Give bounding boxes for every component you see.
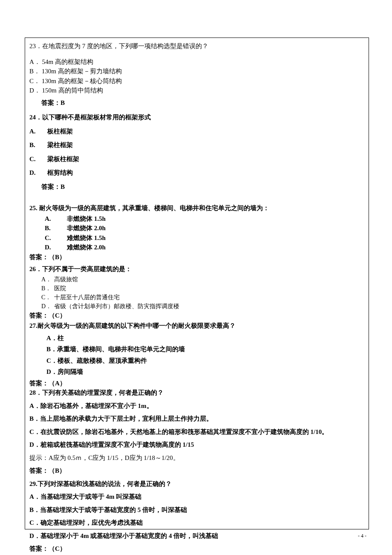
q25-title: 25. 耐火等级为一级的高层建筑，其承重墙、楼梯间、电梯井和住宅单元之间的墙为： (29, 203, 364, 213)
q28-option-a: A．除岩石地基外，基础埋深不宜小于 1m。 (29, 401, 364, 411)
q27-option-a: A．柱 (29, 333, 364, 343)
q29-option-d: D．基础埋深小于 4m 或基础埋深小于基础宽度的 4 倍时，叫浅基础 (29, 531, 364, 541)
q29-option-b: B．当基础埋深大于或等于基础宽度的 5 倍时，叫深基础 (29, 505, 364, 515)
q28-hint: 提示：A应为 0.5ｍ，C应为 1/15，D应为 1/18～1/20。 (29, 453, 364, 463)
q29-title: 29.下列对深基础和浅基础的说法，何者是正确的？ (29, 479, 364, 489)
question-29: 29.下列对深基础和浅基础的说法，何者是正确的？ A．当基础埋深大于或等于 4m… (29, 479, 364, 554)
page-number: - 4 - (358, 532, 366, 540)
q25-option-c: C.难燃烧体 1.5h (29, 233, 364, 243)
q27-option-b: B．承重墙、楼梯间、电梯井和住宅单元之间的墙 (29, 344, 364, 354)
q29-answer: 答案：（C） (29, 544, 364, 554)
q28-option-c: C．在抗震设防区，除岩石地基外，天然地基上的箱形和筏形基础其埋置深度不宜小于建筑… (29, 427, 364, 437)
question-24: 24．以下哪种不是框架板材常用的框架形式 A.板柱框架 B.梁柱框架 C.梁板柱… (29, 113, 364, 191)
q29-option-c: C．确定基础埋深时，应优先考虑浅基础 (29, 518, 364, 528)
q28-option-d: D．桩箱或桩筏基础的埋置深度不宜小于建筑物高度的 1/15 (29, 440, 364, 450)
q26-title: 26．下列不属于一类高层建筑的是： (29, 264, 364, 274)
question-28: 28．下列有关基础的埋置深度，何者是正确的？ A．除岩石地基外，基础埋深不宜小于… (29, 388, 364, 476)
q28-answer: 答案：（B） (29, 466, 364, 476)
q27-option-d: D．房间隔墙 (29, 367, 364, 377)
page-content: 23．在地震烈度为 7 度的地区，下列哪一项结构选型是错误的？ A． 54m 高… (25, 38, 369, 529)
q26-option-c: C．十层至十八层的普通住宅 (29, 293, 364, 302)
q24-option-b: B.梁柱框架 (29, 140, 364, 150)
question-23: 23．在地震烈度为 7 度的地区，下列哪一项结构选型是错误的？ A． 54m 高… (29, 41, 364, 107)
q23-option-c: C． 130m 高的框架－核心筒结构 (29, 76, 364, 86)
q29-option-a: A．当基础埋深大于或等于 4m 叫深基础 (29, 492, 364, 502)
q23-answer: 答案：B (29, 98, 364, 108)
q26-answer: 答案：（C） (29, 311, 364, 321)
q25-answer: 答案：（B） (29, 252, 364, 262)
question-25: 25. 耐火等级为一级的高层建筑，其承重墙、楼梯间、电梯井和住宅单元之间的墙为：… (29, 203, 364, 262)
question-27: 27.耐火等级为一级的高层建筑的以下构件中哪一个的耐火极限要求最高？ A．柱 B… (29, 321, 364, 388)
q23-option-a: A． 54m 高的框架结构 (29, 57, 364, 67)
question-26: 26．下列不属于一类高层建筑的是： A．高级旅馆 B．医院 C．十层至十八层的普… (29, 264, 364, 320)
q25-option-b: B.非燃烧体 2.0h (29, 223, 364, 233)
q27-answer: 答案：（A） (29, 379, 364, 388)
q24-option-d: D.框剪结构 (29, 168, 364, 178)
q26-option-b: B．医院 (29, 284, 364, 293)
q23-option-d: D． 150m 高的筒中筒结构 (29, 86, 364, 95)
q27-title: 27.耐火等级为一级的高层建筑的以下构件中哪一个的耐火极限要求最高？ (29, 321, 364, 331)
q25-option-a: A.非燃烧体 1.5h (29, 214, 364, 224)
q27-option-c: C．楼板、疏散楼梯、屋顶承重构件 (29, 356, 364, 366)
q23-title: 23．在地震烈度为 7 度的地区，下列哪一项结构选型是错误的？ (29, 41, 364, 51)
q28-title: 28．下列有关基础的埋置深度，何者是正确的？ (29, 388, 364, 398)
q25-option-d: D.难燃烧体 2.0h (29, 243, 364, 252)
q24-option-c: C.梁板柱框架 (29, 154, 364, 164)
q24-title: 24．以下哪种不是框架板材常用的框架形式 (29, 113, 364, 122)
q26-option-d: D．省级（含计划单列市）邮政楼、防灾指挥调度楼 (29, 302, 364, 311)
q28-option-b: B．当上层地基的承载力大于下层土时，宜利用上层土作持力层。 (29, 414, 364, 424)
q24-option-a: A.板柱框架 (29, 127, 364, 136)
q24-answer: 答案：B (29, 182, 364, 192)
q23-options: A． 54m 高的框架结构 B． 130m 高的框架－剪力墙结构 C． 130m… (29, 57, 364, 95)
q26-option-a: A．高级旅馆 (29, 275, 364, 284)
q23-option-b: B． 130m 高的框架－剪力墙结构 (29, 66, 364, 76)
